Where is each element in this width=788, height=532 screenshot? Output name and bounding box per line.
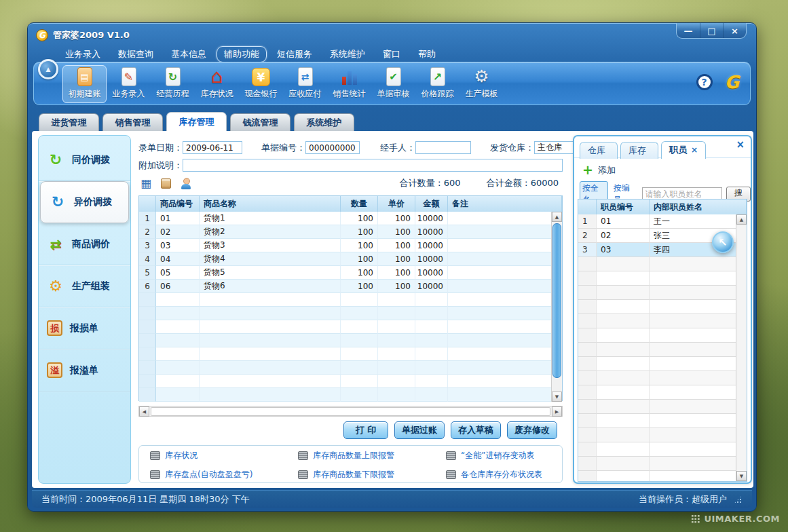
menu-item[interactable]: 数据查询 [111,46,161,62]
resize-grip[interactable] [734,495,743,504]
document-header-form: 录单日期： 单据编号： 经手人： 发货仓库： [138,141,563,154]
lookup-tab[interactable]: 库存 [620,142,658,159]
close-button[interactable]: × [723,23,746,38]
scroll-left-icon[interactable]: ◀ [139,406,149,417]
toolbar-label: 生产模板 [466,88,498,100]
employee-scrollbar[interactable]: ▲ ▼ [736,214,747,481]
toolbar-button[interactable]: ↻ 经营历程 [151,65,195,103]
report-link[interactable]: 库存盘点(自动盘盈盘亏) [150,469,298,480]
toolbar-icon: ⌂ [207,66,227,86]
note-input[interactable] [183,159,563,172]
report-link-label[interactable]: 各仓库库存分布状况表 [461,469,542,480]
date-input[interactable] [183,141,242,154]
report-link-label[interactable]: 库存盘点(自动盘盈盘亏) [165,469,252,480]
module-tab[interactable]: 销售管理 [102,113,163,131]
table-row[interactable]: 1 01 货物1 100 100 10000 [139,212,552,225]
toolbar-button[interactable]: ¥ 现金银行 [239,65,283,103]
toolbar-label: 销售统计 [333,88,366,100]
sidebar-item[interactable]: ⚙ 生产组装 [39,265,130,307]
app-logo-icon: G [36,29,48,41]
hscrollbar-thumb[interactable] [151,407,550,416]
sidebar-item[interactable]: ⇄ 商品调价 [39,223,130,265]
scroll-right-icon[interactable]: ▶ [552,406,562,417]
menu-item[interactable]: 短信服务 [269,46,320,62]
menu-item[interactable]: 帮助 [411,46,443,62]
cursor-pointer-icon: ↖ [712,231,734,253]
doc-number-input[interactable] [305,141,360,154]
collapse-toolbar-button[interactable]: ▲ [38,59,58,79]
toolbar-button[interactable]: ⇄ 应收应付 [283,65,327,103]
toolbar-label: 初期建账 [69,88,101,100]
employee-table-body: 1 01 王一 2 02 张三 3 03 [578,214,736,482]
sidebar-item[interactable]: ↻ 异价调拨 [40,181,129,223]
module-tab[interactable]: 进货管理 [39,113,99,131]
add-row[interactable]: + 添加 [582,164,616,176]
toolbar-button[interactable]: ⌂ 库存状况 [195,65,239,103]
toolbar-button[interactable]: ✔ 单据审核 [371,65,415,103]
toolbar-button[interactable]: 销售统计 [327,65,371,103]
maximize-button[interactable]: □ [700,23,723,38]
table-row[interactable]: 6 06 货物6 100 100 10000 [139,280,552,293]
report-link-label[interactable]: 库存状况 [165,450,198,461]
report-link[interactable]: “全能”进销存变动表 [446,450,562,461]
report-link-label[interactable]: 库存商品数量上限报警 [313,450,394,461]
sidebar-item-label: 同价调拨 [72,154,110,166]
col-qty: 数量 [341,196,378,212]
vertical-scrollbar[interactable]: ▲ ▼ [551,212,562,402]
action-button[interactable]: 单据过账 [394,421,445,439]
report-link-label[interactable]: 库存商品数量下限报警 [313,469,394,480]
toolbar-button[interactable]: ↗ 价格跟踪 [415,65,459,103]
minimize-button[interactable]: — [677,23,700,38]
lookup-tab[interactable]: 职员 × [661,141,706,159]
note-form-row: 附加说明： [138,159,563,172]
note-label: 附加说明： [138,159,183,172]
report-link-label[interactable]: “全能”进销存变动表 [461,450,534,461]
module-tab[interactable]: 钱流管理 [230,113,290,131]
menu-item[interactable]: 窗口 [375,46,408,62]
tab-close-icon[interactable]: × [691,145,698,155]
sidebar-item[interactable]: ↻ 同价调拨 [39,139,130,181]
action-button[interactable]: 存入草稿 [451,421,501,439]
horizontal-scrollbar[interactable]: ◀ ▶ [138,406,563,417]
menu-item[interactable]: 业务录入 [58,46,108,62]
sidebar-item[interactable]: 损 报损单 [39,307,130,349]
toolbar-items: ▤ 初期建账 ✎ 业务录入 ↻ 经营历程 ⌂ 库存状况 [62,65,504,103]
sidebar-item-label: 商品调价 [72,238,110,250]
table-row[interactable]: 4 04 货物4 100 100 10000 [139,252,552,266]
scrollbar-thumb[interactable] [552,223,561,378]
table-row-empty [578,428,736,442]
module-tab[interactable]: 库存管理 [166,112,227,131]
scroll-up-icon[interactable]: ▲ [736,214,747,225]
toolbar-button[interactable]: ⚙ 生产模板 [459,65,504,103]
warehouse-picker-icon[interactable]: ▦ [140,178,151,189]
scroll-down-icon[interactable]: ▼ [736,471,747,481]
help-icon[interactable]: ? [696,74,713,90]
module-tab[interactable]: 系统维护 [294,113,354,131]
report-link[interactable]: 各仓库库存分布状况表 [446,469,562,480]
scroll-up-icon[interactable]: ▲ [552,212,562,222]
menu-item[interactable]: 辅助功能 [217,46,267,62]
toolbar-button[interactable]: ✎ 业务录入 [107,65,151,103]
employee-row[interactable]: 1 01 王一 [578,214,736,229]
col-price: 单价 [378,196,415,212]
employee-picker-icon[interactable] [181,178,191,189]
toolbar-label: 经营历程 [157,88,189,100]
report-link[interactable]: 库存商品数量上限报警 [298,450,446,461]
panel-close-icon[interactable]: × [736,138,745,151]
lookup-tab[interactable]: 仓库 [580,142,618,159]
toolbar-icon: ✔ [386,67,401,86]
scroll-down-icon[interactable]: ▼ [552,392,562,402]
goods-picker-icon[interactable] [161,178,171,189]
menu-item[interactable]: 基本信息 [164,46,214,62]
table-row[interactable]: 5 05 货物5 100 100 10000 [139,266,552,280]
table-row[interactable]: 3 03 货物3 100 100 10000 [139,239,552,252]
report-link[interactable]: 库存状况 [150,450,298,461]
handler-input[interactable] [415,141,471,154]
report-link[interactable]: 库存商品数量下限报警 [298,469,446,480]
table-row[interactable]: 2 02 货物2 100 100 10000 [139,225,552,239]
menu-item[interactable]: 系统维护 [322,46,373,62]
action-button[interactable]: 打 印 [343,421,388,439]
sidebar-item[interactable]: 溢 报溢单 [39,349,130,392]
toolbar-button[interactable]: ▤ 初期建账 [62,65,107,103]
action-button[interactable]: 废弃修改 [507,421,557,439]
